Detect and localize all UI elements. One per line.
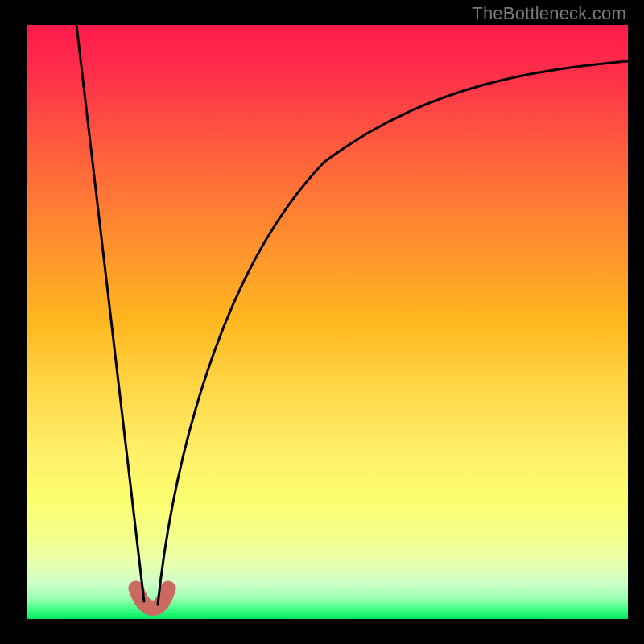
outer-frame: TheBottleneck.com [0, 0, 644, 644]
plot-area [27, 25, 628, 619]
gradient-background [27, 25, 628, 619]
watermark-text: TheBottleneck.com [472, 3, 626, 24]
chart-svg [27, 25, 628, 619]
